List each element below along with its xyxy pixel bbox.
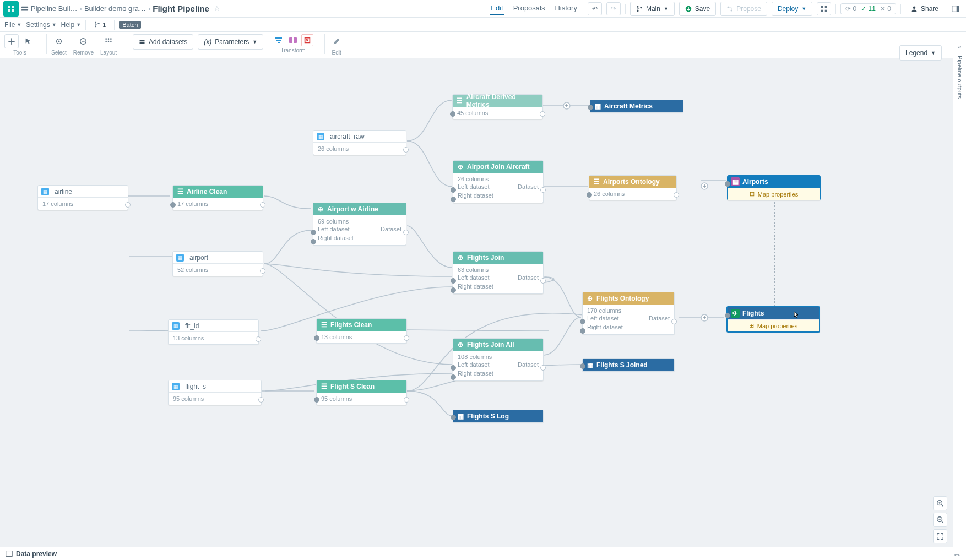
table-icon: ▦ xyxy=(172,322,180,330)
table-icon: ▦ xyxy=(172,383,180,390)
svg-point-25 xyxy=(108,41,110,42)
svg-point-2 xyxy=(637,6,638,7)
join-icon: ⊕ xyxy=(457,163,464,171)
branch-chip[interactable]: 1 xyxy=(90,20,110,29)
node-airport-w-airline[interactable]: ⊕Airport w Airline 69 columns Left datas… xyxy=(313,203,406,246)
edit-tool[interactable] xyxy=(329,34,344,48)
svg-rect-32 xyxy=(289,37,292,43)
breadcrumb-pipeline[interactable]: Pipeline Buil… xyxy=(21,4,78,13)
node-airline[interactable]: ▦airline 17 columns xyxy=(37,185,128,210)
node-airport-join-aircraft[interactable]: ⊕Airport Join Aircraft 26 columns Left d… xyxy=(453,160,544,203)
node-airline-clean[interactable]: ☰Airline Clean 17 columns xyxy=(172,185,263,210)
svg-rect-31 xyxy=(278,42,280,43)
move-tool[interactable] xyxy=(4,34,19,48)
output-icon: ▦ xyxy=(457,412,464,420)
filter-icon: ☰ xyxy=(320,321,328,329)
settings-icon[interactable] xyxy=(817,2,831,15)
node-flight-s[interactable]: ▦flight_s 95 columns xyxy=(168,380,262,405)
tab-edit[interactable]: Edit xyxy=(490,2,504,15)
svg-rect-10 xyxy=(821,9,823,12)
undo-button[interactable]: ↶ xyxy=(588,2,602,15)
menu-file[interactable]: File▼ xyxy=(4,21,21,29)
join-icon: ⊕ xyxy=(457,254,464,262)
data-preview-label[interactable]: Data preview xyxy=(16,550,57,558)
node-flights-clean[interactable]: ☰Flights Clean 13 columns xyxy=(316,318,407,344)
node-aircraft-raw[interactable]: ▦aircraft_raw 26 columns xyxy=(313,130,406,155)
map-properties-row[interactable]: ⊞Map properties xyxy=(728,188,820,200)
node-flights-s-log[interactable]: ▦Flights S Log xyxy=(453,410,544,423)
edges-layer xyxy=(0,58,966,547)
svg-rect-29 xyxy=(275,37,282,39)
sync-icon: ⟳ 0 xyxy=(845,5,856,13)
svg-rect-28 xyxy=(140,42,145,44)
menu-help[interactable]: Help▼ xyxy=(61,21,82,29)
transform-join-icon[interactable] xyxy=(287,34,299,46)
redo-button[interactable]: ↷ xyxy=(606,2,621,15)
zoom-in-button[interactable] xyxy=(933,496,947,510)
map-properties-row[interactable]: ⊞Map properties xyxy=(728,319,819,331)
join-icon: ⊕ xyxy=(317,205,324,213)
svg-rect-14 xyxy=(957,6,959,12)
remove-tool[interactable] xyxy=(76,34,90,48)
cursor-pointer-icon xyxy=(791,311,800,319)
node-airports-ontology[interactable]: ☰Airports Ontology 26 columns xyxy=(589,175,677,200)
legend-button[interactable]: Legend ▼ xyxy=(899,45,942,61)
node-flights-join[interactable]: ⊕Flights Join 63 columns Left datasetDat… xyxy=(453,251,544,294)
table-icon: ▦ xyxy=(176,254,184,262)
node-airports-output[interactable]: ▦Airports ⊞Map properties xyxy=(727,175,821,200)
node-aircraft-derived[interactable]: ☰Aircraft Derived Metrics 45 columns xyxy=(452,94,543,119)
pointer-tool[interactable] xyxy=(21,34,35,48)
bottom-bar: Data preview ︽ xyxy=(0,547,966,560)
app-logo[interactable] xyxy=(3,1,19,17)
filter-icon: ☰ xyxy=(456,97,464,105)
filter-icon: ☰ xyxy=(176,188,184,195)
svg-point-16 xyxy=(95,26,97,28)
branch-button[interactable]: Main ▼ xyxy=(630,2,675,16)
select-tool[interactable] xyxy=(52,34,66,48)
node-flights-ontology[interactable]: ⊕Flights Ontology 170 columns Left datas… xyxy=(582,292,675,335)
breadcrumb-current: Flight Pipeline xyxy=(153,4,209,13)
add-datasets-button[interactable]: Add datasets xyxy=(133,34,193,50)
pipeline-outputs-tab[interactable]: Pipeline outputs xyxy=(957,56,963,99)
svg-point-24 xyxy=(105,41,107,42)
zoom-out-button[interactable] xyxy=(933,513,947,527)
svg-point-12 xyxy=(913,6,916,9)
node-aircraft-metrics[interactable]: ▦Aircraft Metrics xyxy=(590,100,683,113)
join-icon: ⊕ xyxy=(586,295,594,302)
node-airport[interactable]: ▦airport 52 columns xyxy=(172,251,263,276)
node-flt-id[interactable]: ▦flt_id 13 columns xyxy=(168,319,259,345)
menu-settings[interactable]: Settings▼ xyxy=(26,21,56,29)
save-button[interactable]: Save xyxy=(679,2,716,16)
propose-button[interactable]: Propose xyxy=(720,2,767,16)
zoom-fit-button[interactable] xyxy=(933,529,947,543)
svg-rect-1 xyxy=(21,9,28,10)
side-panel: « Pipeline outputs xyxy=(953,40,966,549)
share-button[interactable]: Share xyxy=(905,2,944,16)
expand-icon[interactable]: ︽ xyxy=(954,549,960,558)
breadcrumb-demo[interactable]: Builder demo gra… xyxy=(84,4,146,13)
table-icon: ▦ xyxy=(317,133,324,140)
layout-tool[interactable] xyxy=(101,34,116,48)
pipeline-canvas[interactable]: ▦airline 17 columns ☰Airline Clean 17 co… xyxy=(0,58,966,547)
chevron-right-icon: › xyxy=(80,4,82,13)
sync-status[interactable]: ⟳ 0 ✓ 11 ✕ 0 xyxy=(840,3,896,14)
node-flights-s-joined[interactable]: ▦Flights S Joined xyxy=(582,358,675,372)
svg-rect-30 xyxy=(276,40,281,41)
collapse-icon[interactable]: « xyxy=(958,44,961,50)
node-flights-output[interactable]: ✈Flights ⊞Map properties xyxy=(726,306,820,333)
svg-rect-9 xyxy=(825,6,827,8)
node-flights-join-all[interactable]: ⊕Flights Join All 108 columns Left datas… xyxy=(453,338,544,381)
tab-proposals[interactable]: Proposals xyxy=(512,2,546,15)
tab-history[interactable]: History xyxy=(553,2,578,15)
star-icon[interactable]: ☆ xyxy=(214,4,220,13)
transform-delete-icon[interactable] xyxy=(301,34,313,46)
filter-icon: ☰ xyxy=(593,178,600,186)
deploy-button[interactable]: Deploy ▼ xyxy=(772,2,812,16)
parameters-button[interactable]: (x) Parameters ▼ xyxy=(198,34,263,50)
panel-toggle-icon[interactable] xyxy=(948,2,963,15)
svg-point-7 xyxy=(731,9,732,11)
svg-rect-40 xyxy=(6,551,12,557)
transform-filter-icon[interactable] xyxy=(273,34,285,46)
table-icon: ▦ xyxy=(41,188,49,195)
node-flight-s-clean[interactable]: ☰Flight S Clean 95 columns xyxy=(316,380,407,405)
